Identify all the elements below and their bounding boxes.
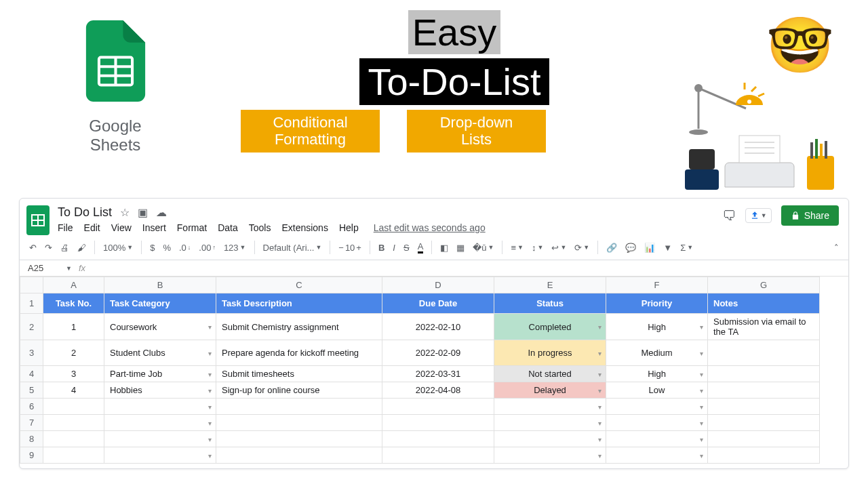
undo-icon[interactable]: ↶	[29, 243, 37, 253]
last-edit-link[interactable]: Last edit was seconds ago	[374, 222, 486, 233]
cell-status[interactable]: Completed	[494, 314, 606, 340]
cell-empty[interactable]	[43, 447, 104, 464]
cell-empty[interactable]	[606, 431, 708, 447]
functions-icon[interactable]: Σ▼	[680, 243, 693, 253]
cell-description[interactable]: Submit timesheets	[216, 366, 382, 382]
cell-empty[interactable]	[43, 399, 104, 415]
spreadsheet-grid[interactable]: ABCDEFG1Task No.Task CategoryTask Descri…	[20, 277, 848, 464]
cell-empty[interactable]	[43, 431, 104, 447]
menu-format[interactable]: Format	[177, 222, 207, 233]
filter-icon[interactable]: ▼	[663, 243, 672, 253]
col-header-A[interactable]: A	[43, 277, 104, 293]
col-header-F[interactable]: F	[606, 277, 708, 293]
row-header-2[interactable]: 2	[20, 314, 43, 340]
cell-category[interactable]: Hobbies	[104, 382, 216, 399]
cell-status[interactable]: Not started	[494, 366, 606, 382]
col-header-B[interactable]: B	[104, 277, 216, 293]
menu-data[interactable]: Data	[218, 222, 238, 233]
format-percent[interactable]: %	[163, 243, 171, 253]
cell-category[interactable]: Part-time Job	[104, 366, 216, 382]
paint-format-icon[interactable]: 🖌	[77, 243, 86, 253]
cell-empty[interactable]	[382, 431, 494, 447]
cell-empty[interactable]	[708, 431, 820, 447]
rotate-icon[interactable]: ⟳▼	[574, 243, 589, 253]
row-header-1[interactable]: 1	[20, 293, 43, 314]
cell-priority[interactable]: Medium	[606, 340, 708, 366]
cell-empty[interactable]	[216, 415, 382, 431]
col-header-E[interactable]: E	[494, 277, 606, 293]
header-cell[interactable]: Task Category	[104, 293, 216, 314]
cell-empty[interactable]	[494, 447, 606, 464]
fill-color-icon[interactable]: ◧	[440, 243, 448, 253]
cell-due-date[interactable]: 2022-02-10	[382, 314, 494, 340]
v-align-icon[interactable]: ↕▼	[532, 243, 543, 253]
cell-empty[interactable]	[104, 447, 216, 464]
move-to-folder-icon[interactable]: ▣	[138, 206, 148, 219]
header-cell[interactable]: Task Description	[216, 293, 382, 314]
comment-icon[interactable]: 💬	[625, 243, 636, 253]
select-all-corner[interactable]	[20, 277, 43, 293]
present-button[interactable]: ▼	[745, 208, 772, 223]
header-cell[interactable]: Priority	[606, 293, 708, 314]
cell-description[interactable]: Prepare agenda for kickoff meeting	[216, 340, 382, 366]
cell-status[interactable]: In progress	[494, 340, 606, 366]
menu-extensions[interactable]: Extensions	[281, 222, 328, 233]
cell-empty[interactable]	[104, 431, 216, 447]
cell-empty[interactable]	[708, 447, 820, 464]
menu-tools[interactable]: Tools	[249, 222, 271, 233]
cell-empty[interactable]	[494, 399, 606, 415]
cell-notes[interactable]	[708, 340, 820, 366]
link-icon[interactable]: 🔗	[606, 243, 617, 253]
h-align-icon[interactable]: ≡▼	[511, 243, 524, 253]
merge-cells-icon[interactable]: �ū ▼	[473, 243, 494, 253]
decrease-decimal[interactable]: .0↓	[179, 243, 191, 253]
name-box[interactable]: A25	[25, 262, 66, 274]
header-cell[interactable]: Notes	[708, 293, 820, 314]
cell-notes[interactable]	[708, 382, 820, 399]
cell-empty[interactable]	[708, 399, 820, 415]
menu-help[interactable]: Help	[339, 222, 359, 233]
print-icon[interactable]: 🖨	[60, 243, 69, 253]
increase-decimal[interactable]: .00↑	[199, 243, 216, 253]
cell-due-date[interactable]: 2022-02-09	[382, 340, 494, 366]
redo-icon[interactable]: ↷	[45, 243, 52, 253]
cell-due-date[interactable]: 2022-03-31	[382, 366, 494, 382]
menu-file[interactable]: File	[58, 222, 73, 233]
menu-view[interactable]: View	[111, 222, 132, 233]
header-cell[interactable]: Due Date	[382, 293, 494, 314]
cell-notes[interactable]	[708, 366, 820, 382]
cell-status[interactable]: Delayed	[494, 382, 606, 399]
row-header-5[interactable]: 5	[20, 382, 43, 399]
cell-task-no[interactable]: 4	[43, 382, 104, 399]
cell-priority[interactable]: Low	[606, 382, 708, 399]
cell-empty[interactable]	[104, 399, 216, 415]
menu-edit[interactable]: Edit	[84, 222, 100, 233]
cloud-status-icon[interactable]: ☁	[156, 206, 167, 219]
cell-priority[interactable]: High	[606, 366, 708, 382]
number-format-select[interactable]: 123▼	[224, 243, 246, 253]
cell-category[interactable]: Coursework	[104, 314, 216, 340]
cell-category[interactable]: Student Clubs	[104, 340, 216, 366]
wrap-icon[interactable]: ↩▼	[551, 243, 566, 253]
cell-empty[interactable]	[494, 431, 606, 447]
cell-empty[interactable]	[382, 415, 494, 431]
cell-task-no[interactable]: 2	[43, 340, 104, 366]
col-header-C[interactable]: C	[216, 277, 382, 293]
cell-empty[interactable]	[216, 399, 382, 415]
row-header-9[interactable]: 9	[20, 447, 43, 464]
cell-empty[interactable]	[382, 447, 494, 464]
document-title[interactable]: To Do List	[58, 205, 112, 220]
cell-notes[interactable]: Submission via email to the TA	[708, 314, 820, 340]
cell-empty[interactable]	[216, 447, 382, 464]
cell-empty[interactable]	[708, 415, 820, 431]
col-header-G[interactable]: G	[708, 277, 820, 293]
cell-task-no[interactable]: 1	[43, 314, 104, 340]
cell-empty[interactable]	[606, 399, 708, 415]
header-cell[interactable]: Status	[494, 293, 606, 314]
comments-icon[interactable]: 🗨	[722, 208, 736, 224]
cell-description[interactable]: Submit Chemistry assignment	[216, 314, 382, 340]
cell-empty[interactable]	[382, 399, 494, 415]
cell-empty[interactable]	[494, 415, 606, 431]
cell-priority[interactable]: High	[606, 314, 708, 340]
cell-empty[interactable]	[606, 447, 708, 464]
